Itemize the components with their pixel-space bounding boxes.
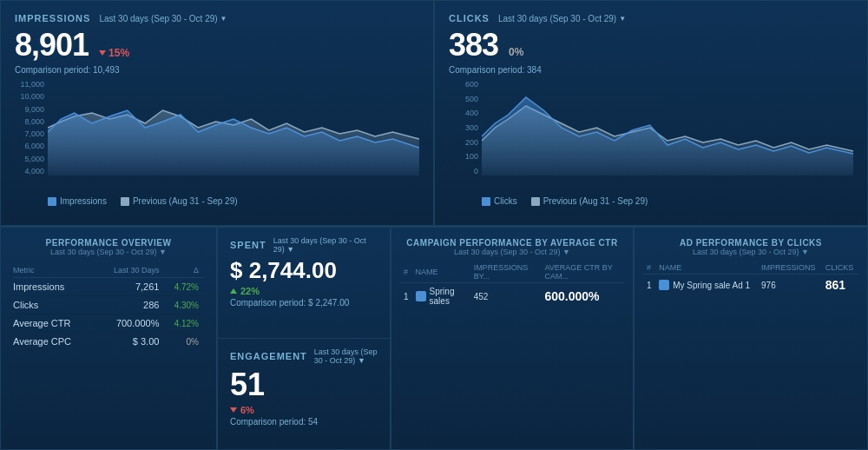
impressions-panel: IMPRESSIONS Last 30 days (Sep 30 - Oct 2… — [0, 0, 434, 226]
spent-comparison: Comparison period: $ 2,247.00 — [230, 298, 378, 308]
impressions-change: 15% — [99, 47, 129, 59]
impressions-title: IMPRESSIONS — [15, 13, 90, 23]
perf-section-header: PERFORMANCE OVERVIEW Last 30 days (Sep 3… — [13, 238, 204, 256]
impressions-comparison: Comparison period: 10,493 — [15, 65, 419, 75]
perf-metric: Average CPC — [13, 333, 97, 351]
ad-row-clicks: 861 — [822, 275, 858, 296]
spent-section: SPENT Last 30 days (Sep 30 - Oct 29) ▼ $… — [218, 228, 390, 339]
perf-metric-delta: 4.72% — [164, 278, 204, 296]
impressions-legend-current: Impressions — [48, 196, 107, 206]
perf-col-days: Last 30 Days — [97, 263, 165, 278]
engagement-label: ENGAGEMENT — [230, 351, 307, 361]
clicks-legend: Clicks Previous (Aug 31 - Sep 29) — [449, 193, 853, 206]
cam-col-name: NAME — [412, 261, 470, 283]
cam-row-num: 1 — [400, 283, 412, 310]
bottom-row: PERFORMANCE OVERVIEW Last 30 days (Sep 3… — [0, 226, 868, 450]
perf-metric-delta: 4.30% — [164, 296, 204, 314]
perf-table-row: Average CPC $ 3.00 0% — [13, 333, 204, 351]
impressions-y-axis: 11,000 10,000 9,000 8,000 7,000 6,000 5,… — [15, 80, 48, 175]
ad-col-name: NAME — [655, 261, 758, 275]
campaign-perf-title: CAMPAIGN PERFORMANCE BY AVERAGE CTR — [400, 238, 624, 248]
impressions-chevron-icon: ▼ — [220, 15, 227, 23]
clicks-chart-svg-wrap — [482, 80, 853, 175]
cam-col-num: # — [400, 261, 412, 283]
cam-col-ctr: AVERAGE CTR BY CAM... — [541, 261, 624, 283]
ad-col-impressions: IMPRESSIONS — [758, 261, 822, 275]
cam-icon — [416, 291, 426, 301]
impressions-legend: Impressions Previous (Aug 31 - Sep 29) — [15, 193, 419, 206]
clicks-legend-box-prev — [531, 197, 540, 206]
spent-change-row: 22% — [230, 286, 378, 296]
ad-row-name: My Spring sale Ad 1 — [655, 275, 758, 296]
engagement-value: 51 — [230, 367, 378, 403]
clicks-title: CLICKS — [449, 13, 490, 23]
perf-table-row: Average CTR 700.000% 4.12% — [13, 314, 204, 333]
spent-change: 22% — [240, 286, 260, 296]
ad-row-num: 1 — [643, 275, 655, 296]
impressions-legend-box-current — [48, 197, 56, 206]
ad-row-impressions: 976 — [758, 275, 822, 296]
perf-metric-value: 286 — [97, 296, 165, 314]
clicks-chart: 600 500 400 300 200 100 0 — [449, 80, 853, 193]
impressions-chart-svg-wrap — [48, 80, 419, 175]
engagement-date-range[interactable]: Last 30 days (Sep 30 - Oct 29) ▼ — [314, 347, 378, 365]
impressions-down-icon — [99, 50, 106, 56]
perf-metric: Impressions — [13, 278, 97, 296]
ad-table-row: 1 My Spring sale Ad 1 976 861 — [643, 275, 858, 296]
cam-col-impressions: IMPRESSIONS BY... — [470, 261, 542, 283]
impressions-legend-prev: Previous (Aug 31 - Sep 29) — [121, 196, 238, 206]
campaign-performance-panel: CAMPAIGN PERFORMANCE BY AVERAGE CTR Last… — [391, 227, 634, 450]
perf-date-range[interactable]: Last 30 days (Sep 30 - Oct 29) ▼ — [13, 248, 204, 256]
cam-row-ctr: 600.000% — [541, 283, 624, 310]
ad-icon — [659, 280, 669, 290]
perf-col-metric: Metric — [13, 263, 97, 278]
ad-performance-panel: AD PERFORMANCE BY CLICKS Last 30 days (S… — [634, 227, 868, 450]
perf-metric-value: 7,261 — [97, 278, 165, 296]
clicks-value: 383 — [449, 27, 498, 63]
clicks-y-axis: 600 500 400 300 200 100 0 — [449, 80, 482, 175]
perf-metric-delta: 0% — [164, 333, 204, 351]
perf-metric: Average CTR — [13, 314, 97, 333]
performance-overview-panel: PERFORMANCE OVERVIEW Last 30 days (Sep 3… — [0, 227, 217, 450]
perf-metric-delta: 4.12% — [164, 314, 204, 333]
spent-value: $ 2,744.00 — [230, 257, 378, 284]
perf-metric: Clicks — [13, 296, 97, 314]
impressions-chart: 11,000 10,000 9,000 8,000 7,000 6,000 5,… — [15, 80, 419, 193]
cam-row-name: Spring sales — [412, 283, 470, 310]
campaign-perf-date[interactable]: Last 30 days (Sep 30 - Oct 29) ▼ — [400, 248, 624, 256]
ad-perf-header: AD PERFORMANCE BY CLICKS Last 30 days (S… — [643, 238, 858, 256]
ad-col-num: # — [643, 261, 655, 275]
clicks-panel: CLICKS Last 30 days (Sep 30 - Oct 29) ▼ … — [434, 0, 868, 226]
perf-metric-value: 700.000% — [97, 314, 165, 333]
clicks-legend-prev: Previous (Aug 31 - Sep 29) — [531, 196, 648, 206]
spent-engagement-panel: SPENT Last 30 days (Sep 30 - Oct 29) ▼ $… — [217, 227, 391, 450]
engagement-header: ENGAGEMENT Last 30 days (Sep 30 - Oct 29… — [230, 347, 378, 365]
clicks-chevron-icon: ▼ — [619, 15, 626, 23]
performance-table: Metric Last 30 Days Δ Impressions 7,261 … — [13, 263, 204, 351]
ad-table: # NAME IMPRESSIONS CLICKS 1 My Spring sa… — [643, 261, 858, 295]
clicks-date-range[interactable]: Last 30 days (Sep 30 - Oct 29) ▼ — [498, 14, 626, 23]
perf-table-row: Clicks 286 4.30% — [13, 296, 204, 314]
clicks-change: 0% — [509, 46, 523, 58]
spent-label: SPENT — [230, 240, 266, 250]
spent-header: SPENT Last 30 days (Sep 30 - Oct 29) ▼ — [230, 236, 378, 254]
perf-col-delta: Δ — [164, 263, 204, 278]
cam-row-impressions: 452 — [470, 283, 542, 310]
engagement-down-icon — [230, 407, 237, 413]
clicks-legend-box-current — [482, 197, 490, 206]
perf-metric-value: $ 3.00 — [97, 333, 165, 351]
ad-perf-date[interactable]: Last 30 days (Sep 30 - Oct 29) ▼ — [643, 248, 858, 256]
perf-title: PERFORMANCE OVERVIEW — [13, 238, 204, 248]
campaign-table: # NAME IMPRESSIONS BY... AVERAGE CTR BY … — [400, 261, 624, 309]
impressions-value: 8,901 — [15, 27, 89, 63]
spent-date-range[interactable]: Last 30 days (Sep 30 - Oct 29) ▼ — [273, 236, 378, 254]
campaign-perf-header: CAMPAIGN PERFORMANCE BY AVERAGE CTR Last… — [400, 238, 624, 256]
engagement-comparison: Comparison period: 54 — [230, 417, 378, 427]
clicks-legend-current: Clicks — [482, 196, 517, 206]
impressions-legend-box-prev — [121, 197, 129, 206]
clicks-comparison: Comparison period: 384 — [449, 65, 853, 75]
impressions-date-range[interactable]: Last 30 days (Sep 30 - Oct 29) ▼ — [99, 14, 227, 23]
spent-up-icon — [230, 288, 237, 294]
engagement-change: 6% — [240, 405, 254, 415]
ad-col-clicks: CLICKS — [822, 261, 858, 275]
